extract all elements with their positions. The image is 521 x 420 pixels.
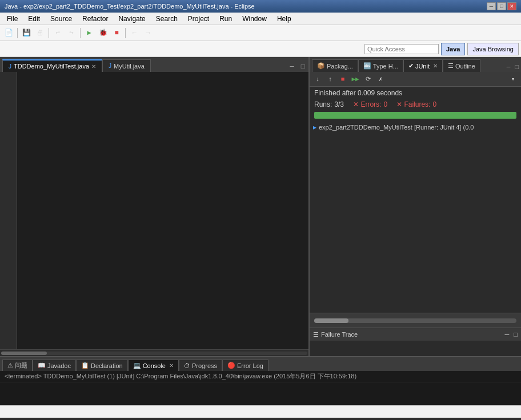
progress-tab[interactable]: ⏱ Progress (179, 360, 222, 371)
title-text: Java - exp2/exp2_part2_TDDDemo_Test/exp2… (5, 3, 255, 10)
outline-tab-icon: ☰ (448, 62, 454, 70)
toolbar-sep-2 (49, 28, 49, 38)
window-controls: ─ □ ✕ (487, 2, 516, 10)
title-bar: Java - exp2/exp2_part2_TDDDemo_Test/exp2… (0, 0, 521, 13)
junit-next-failure[interactable]: ↓ (312, 74, 323, 84)
junit-tree[interactable]: ▸ exp2_part2TDDDemo_MyUtilTest [Runner: … (310, 121, 521, 313)
junit-failures: ✕ Failures: 0 (396, 100, 436, 108)
junit-menu[interactable]: ▾ (507, 74, 519, 84)
print-button[interactable]: 🖨 (34, 27, 46, 39)
new-button[interactable]: 📄 (2, 27, 15, 39)
toolbar-sep-4 (125, 28, 126, 38)
junit-panel: ↓ ↑ ■ ▶▶ ⟳ ✗ ▾ Finished after 0.009 seco… (310, 72, 521, 356)
run-button[interactable]: ▶ (83, 27, 95, 39)
code-content[interactable] (17, 72, 308, 349)
failure-trace-min[interactable]: ─ (505, 331, 510, 338)
editor-tab-tddtest-label: TDDDemo_MyUtilTest.java (14, 63, 89, 70)
code-editor[interactable] (0, 72, 308, 349)
quick-access-input[interactable] (364, 44, 439, 54)
typehierarchy-tab-icon: 🔤 (363, 62, 371, 70)
right-panel-max[interactable]: □ (512, 63, 521, 72)
junit-stop[interactable]: ■ (337, 74, 348, 84)
junit-status: Finished after 0.009 seconds (310, 87, 521, 99)
editor-hscroll[interactable] (0, 349, 308, 356)
close-button[interactable]: ✕ (507, 2, 516, 10)
undo-button[interactable]: ↩ (51, 27, 64, 39)
console-tab[interactable]: 💻 Console ✕ (128, 360, 179, 371)
declaration-tab[interactable]: 📋 Declaration (76, 360, 128, 371)
maximize-button[interactable]: □ (497, 2, 506, 10)
console-output[interactable] (0, 382, 521, 405)
console-icon: 💻 (133, 362, 141, 369)
right-panel-min[interactable]: ─ (504, 63, 513, 72)
javadoc-icon: 📖 (38, 362, 46, 369)
typehierarchy-tab[interactable]: 🔤 Type H... (358, 59, 403, 72)
junit-tab-label: JUnit (415, 63, 430, 70)
failure-trace-section: ☰ Failure Trace ─ □ (310, 328, 521, 356)
problems-tab[interactable]: ⚠ 问题 (2, 360, 33, 371)
menu-item-run[interactable]: Run (215, 14, 237, 24)
menu-item-search[interactable]: Search (151, 14, 182, 24)
error-log-label: Error Log (237, 362, 263, 369)
bottom-panel: ⚠ 问题 📖 Javadoc 📋 Declaration 💻 Console ✕… (0, 356, 521, 405)
maximize-editor-button[interactable]: □ (298, 62, 308, 72)
save-button[interactable]: 💾 (20, 27, 33, 39)
failure-trace-header: ☰ Failure Trace ─ □ (310, 328, 521, 341)
forward-button[interactable]: → (142, 27, 154, 39)
failure-trace-max[interactable]: □ (514, 331, 518, 338)
editor-tab-tddtest-close[interactable]: ✕ (91, 63, 96, 70)
bottom-content: <terminated> TDDDemo_MyUtilTest (1) [JUn… (0, 371, 521, 405)
menu-item-edit[interactable]: Edit (23, 14, 45, 24)
problems-icon: ⚠ (7, 362, 13, 369)
java-file-icon: J (9, 63, 11, 70)
progress-label: Progress (192, 362, 217, 369)
menu-item-help[interactable]: Help (272, 14, 296, 24)
menu-item-refactor[interactable]: Refactor (78, 14, 113, 24)
typehierarchy-tab-label: Type H... (373, 63, 398, 70)
junit-history[interactable]: ⟳ (362, 74, 374, 84)
debug-button[interactable]: 🐞 (97, 27, 109, 39)
status-bar (0, 405, 521, 418)
junit-tab-close[interactable]: ✕ (433, 63, 438, 69)
junit-stats: Runs: 3/3 ✕ Errors: 0 ✕ Failures: 0 (310, 99, 521, 110)
editor-tabs: J TDDDemo_MyUtilTest.java ✕ J MyUtil.jav… (0, 57, 308, 72)
console-close[interactable]: ✕ (169, 362, 174, 369)
editor-tab-myutil[interactable]: J MyUtil.java (102, 59, 151, 72)
failure-trace-label: Failure Trace (321, 331, 358, 338)
java-browsing-perspective-button[interactable]: Java Browsing (467, 43, 519, 55)
packages-tab-label: Packag... (327, 63, 353, 70)
editor-tab-tddtest[interactable]: J TDDDemo_MyUtilTest.java ✕ (2, 59, 102, 72)
stop-button[interactable]: ■ (110, 27, 123, 39)
junit-toolbar: ↓ ↑ ■ ▶▶ ⟳ ✗ ▾ (310, 72, 521, 87)
menu-item-project[interactable]: Project (183, 14, 214, 24)
outline-tab[interactable]: ☰ Outline (443, 59, 480, 72)
minimize-editor-button[interactable]: ─ (287, 62, 298, 72)
javadoc-tab[interactable]: 📖 Javadoc (33, 360, 76, 371)
junit-hscroll[interactable] (310, 313, 521, 328)
main-area: J TDDDemo_MyUtilTest.java ✕ J MyUtil.jav… (0, 57, 521, 356)
menu-item-file[interactable]: File (2, 14, 22, 24)
console-status-bar: <terminated> TDDDemo_MyUtilTest (1) [JUn… (0, 371, 521, 382)
junit-tree-item[interactable]: ▸ exp2_part2TDDDemo_MyUtilTest [Runner: … (311, 122, 520, 132)
junit-hscroll-thumb[interactable] (314, 318, 348, 323)
junit-errors: ✕ Errors: 0 (353, 100, 387, 108)
junit-prev-failure[interactable]: ↑ (324, 74, 336, 84)
junit-tab[interactable]: ✔ JUnit ✕ (403, 59, 443, 72)
menu-item-window[interactable]: Window (238, 14, 271, 24)
progress-icon: ⏱ (184, 362, 190, 369)
menu-item-navigate[interactable]: Navigate (114, 14, 150, 24)
junit-rerun[interactable]: ▶▶ (350, 74, 361, 84)
java-perspective-button[interactable]: Java (441, 43, 465, 55)
line-numbers (0, 72, 17, 349)
back-button[interactable]: ← (128, 27, 141, 39)
junit-item-label: exp2_part2TDDDemo_MyUtilTest [Runner: JU… (319, 124, 474, 131)
menu-item-source[interactable]: Source (46, 14, 77, 24)
minimize-button[interactable]: ─ (487, 2, 496, 10)
java-file-icon-2: J (109, 63, 111, 69)
junit-tab-icon: ✔ (408, 62, 414, 70)
junit-show-failures-only[interactable]: ✗ (375, 74, 386, 84)
packages-tab-icon: 📦 (317, 62, 325, 70)
redo-button[interactable]: ↪ (65, 27, 78, 39)
error-log-tab[interactable]: 🔴 Error Log (222, 360, 268, 371)
packages-tab[interactable]: 📦 Packag... (312, 59, 358, 72)
